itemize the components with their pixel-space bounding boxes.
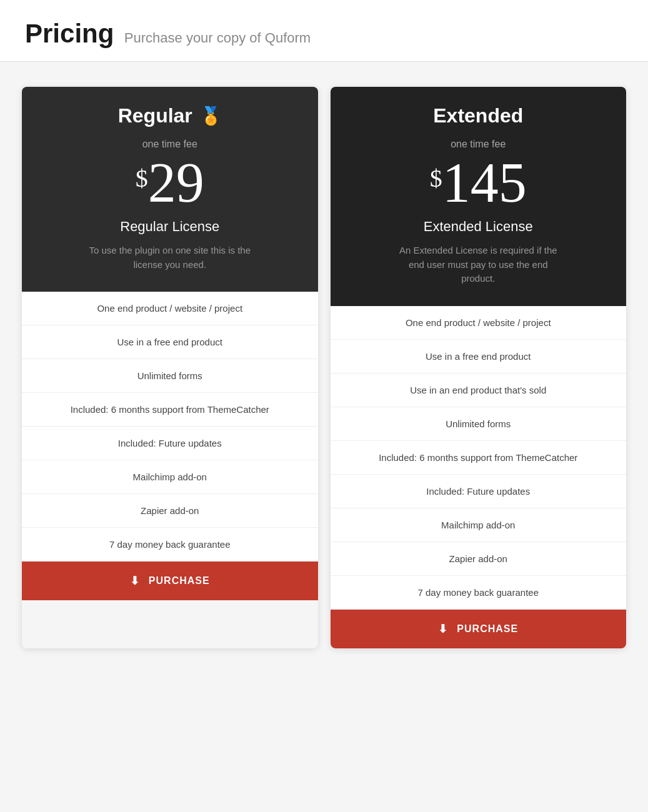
features-list-regular: One end product / website / project Use … — [22, 292, 318, 562]
license-desc-extended: An Extended License is required if the e… — [391, 244, 566, 286]
page-title: Pricing — [25, 19, 114, 48]
download-icon-extended: ⬇ — [438, 622, 448, 636]
feature-regular-7: 7 day money back guarantee — [22, 528, 318, 562]
price-regular: $29 — [34, 155, 306, 211]
price-value-regular: 29 — [148, 152, 204, 214]
pricing-container: Regular 🏅 one time fee $29 Regular Licen… — [0, 62, 648, 673]
feature-extended-4: Included: 6 months support from ThemeCat… — [331, 441, 627, 475]
page-subtitle: Purchase your copy of Quform — [124, 30, 311, 46]
feature-extended-7: Zapier add-on — [331, 542, 627, 576]
feature-extended-0: One end product / website / project — [331, 306, 627, 340]
feature-extended-3: Unlimited forms — [331, 407, 627, 441]
plan-header-extended: Extended one time fee $145 Extended Lice… — [331, 87, 627, 306]
feature-regular-0: One end product / website / project — [22, 292, 318, 325]
plan-card-regular: Regular 🏅 one time fee $29 Regular Licen… — [22, 87, 318, 648]
feature-regular-2: Unlimited forms — [22, 359, 318, 393]
feature-regular-1: Use in a free end product — [22, 325, 318, 359]
feature-extended-6: Mailchimp add-on — [331, 508, 627, 542]
purchase-label-regular: PURCHASE — [149, 575, 210, 587]
feature-extended-5: Included: Future updates — [331, 475, 627, 508]
plan-name-regular: Regular — [118, 104, 192, 127]
download-icon-regular: ⬇ — [130, 574, 140, 588]
price-value-extended: 145 — [442, 152, 527, 214]
purchase-button-regular[interactable]: ⬇ PURCHASE — [22, 562, 318, 600]
license-name-regular: Regular License — [34, 219, 306, 235]
feature-regular-4: Included: Future updates — [22, 427, 318, 460]
feature-extended-8: 7 day money back guarantee — [331, 576, 627, 610]
features-list-extended: One end product / website / project Use … — [331, 306, 627, 610]
currency-regular: $ — [136, 166, 148, 191]
feature-regular-5: Mailchimp add-on — [22, 460, 318, 494]
purchase-label-extended: PURCHASE — [457, 623, 518, 635]
plan-title-row-extended: Extended — [343, 104, 614, 127]
one-time-fee-extended: one time fee — [343, 139, 614, 150]
one-time-fee-regular: one time fee — [34, 139, 306, 150]
purchase-button-extended[interactable]: ⬇ PURCHASE — [331, 610, 627, 648]
license-desc-regular: To use the plugin on one site this is th… — [82, 244, 257, 272]
plan-card-extended: Extended one time fee $145 Extended Lice… — [331, 87, 627, 648]
plan-title-row-regular: Regular 🏅 — [34, 104, 306, 127]
feature-regular-3: Included: 6 months support from ThemeCat… — [22, 393, 318, 427]
currency-extended: $ — [430, 166, 442, 191]
feature-extended-1: Use in a free end product — [331, 340, 627, 374]
plan-header-regular: Regular 🏅 one time fee $29 Regular Licen… — [22, 87, 318, 292]
plan-name-extended: Extended — [433, 104, 523, 127]
feature-extended-2: Use in an end product that's sold — [331, 374, 627, 407]
feature-regular-6: Zapier add-on — [22, 494, 318, 528]
price-extended: $145 — [343, 155, 614, 211]
page-header: Pricing Purchase your copy of Quform — [0, 0, 648, 62]
plan-badge-regular: 🏅 — [200, 106, 222, 126]
license-name-extended: Extended License — [343, 219, 614, 235]
